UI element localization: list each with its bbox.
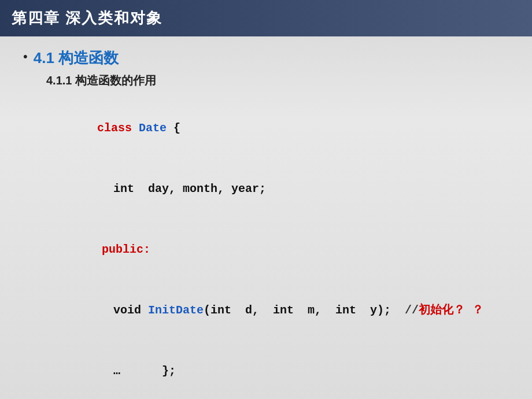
method-name: InitDate [148, 304, 204, 317]
comment-slash: // [405, 304, 419, 317]
code-line-1: class Date { [35, 98, 509, 158]
comment-cn: 初始化？ ？ [419, 304, 483, 317]
slide-content: • 4.1 构造函数 4.1.1 构造函数的作用 class Date { in… [0, 36, 532, 399]
open-brace: { [167, 121, 180, 135]
section-title: 4.1 构造函数 [34, 48, 119, 68]
void-keyword: void [113, 304, 148, 317]
member-vars: int day, month, year; [113, 182, 266, 195]
class-name-date: Date [132, 121, 167, 135]
ellipsis-brace: … }; [113, 364, 176, 378]
section-41: • 4.1 构造函数 [23, 48, 509, 68]
method-params: (int d, int m, int y); [204, 304, 405, 317]
code-line-3: public: [46, 219, 509, 280]
keyword-public: public: [102, 243, 150, 256]
code-line-2: int day, month, year; [58, 158, 509, 219]
slide: 第四章 深入类和对象 • 4.1 构造函数 4.1.1 构造函数的作用 clas… [0, 0, 532, 399]
code-line-5: … }; [58, 341, 509, 399]
subsection-title: 4.1.1 构造函数的作用 [46, 73, 509, 88]
keyword-class: class [90, 121, 132, 135]
bullet-icon: • [23, 49, 28, 64]
code-line-4: void InitDate(int d, int m, int y); //初始… [58, 280, 509, 341]
slide-header: 第四章 深入类和对象 [0, 0, 532, 36]
header-title: 第四章 深入类和对象 [12, 9, 162, 27]
code-block: class Date { int day, month, year; publi… [35, 98, 509, 399]
